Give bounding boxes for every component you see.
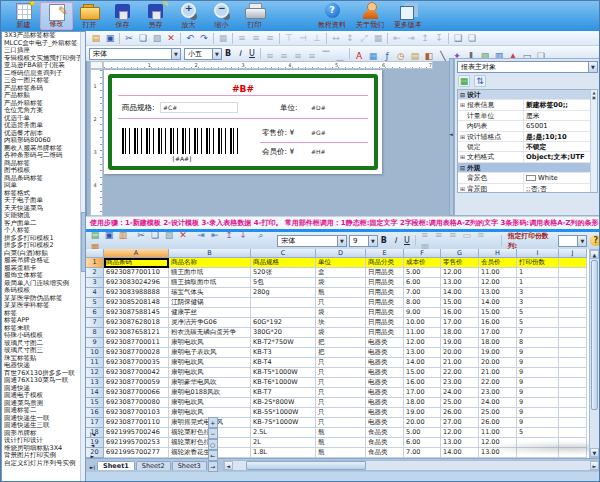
cell[interactable]: 袋 xyxy=(316,308,366,318)
cell[interactable] xyxy=(559,448,587,458)
cell[interactable]: 25.00 xyxy=(441,398,479,408)
cell[interactable]: 9 xyxy=(517,418,559,428)
cell[interactable] xyxy=(559,418,587,428)
cell[interactable]: 22.00 xyxy=(479,378,517,388)
cell[interactable]: 1 xyxy=(517,278,559,288)
cell[interactable]: KB-T6*1000W xyxy=(251,378,316,388)
cell[interactable]: 只 xyxy=(316,408,366,418)
table-italic-button[interactable]: I xyxy=(390,235,402,247)
template-list-item[interactable]: 各种条形码与二维码 xyxy=(2,152,85,160)
column-header-C[interactable]: C xyxy=(251,249,316,258)
cell[interactable]: 20.00 xyxy=(479,358,517,368)
cell[interactable]: 3 xyxy=(517,298,559,308)
template-list-item[interactable]: 服饰立体标签 xyxy=(2,272,85,280)
sheet-tool-button[interactable]: ○ xyxy=(208,439,218,450)
template-list-item[interactable]: 回单 xyxy=(2,182,85,190)
cell[interactable]: KB-T3 xyxy=(251,348,316,358)
cell[interactable]: 日用品类 xyxy=(366,288,404,298)
cell[interactable]: KB-5S*1000W xyxy=(251,408,316,418)
cell[interactable] xyxy=(559,288,587,298)
import-icon[interactable]: ▤ xyxy=(89,229,101,241)
cell[interactable]: 康明电吹风 xyxy=(169,398,251,408)
cell[interactable]: 9 xyxy=(517,398,559,408)
cell[interactable]: KB-T7 xyxy=(251,388,316,398)
property-value[interactable]: 65001 xyxy=(523,121,597,130)
row-number[interactable]: 16 xyxy=(86,408,104,418)
cell[interactable]: 19.00 xyxy=(441,338,479,348)
template-list-item[interactable]: 玻璃尺寸图二 xyxy=(2,340,85,348)
cell[interactable]: 9 xyxy=(517,368,559,378)
cell[interactable]: 14.00 xyxy=(404,358,441,368)
cell[interactable]: 11.00 xyxy=(479,268,517,278)
row-number[interactable]: 6 xyxy=(86,308,104,318)
column-header-D[interactable]: D xyxy=(316,249,366,258)
template-list-item[interactable]: 商品条码标签 xyxy=(2,175,85,183)
cell[interactable]: 瓶 xyxy=(316,288,366,298)
cell[interactable]: KB-T2*750W xyxy=(251,338,316,348)
group-icon[interactable]: ❑ xyxy=(452,32,464,44)
cell[interactable]: 5包 xyxy=(251,278,316,288)
template-list-item[interactable]: 特殊小码模板 xyxy=(2,332,85,340)
cell[interactable]: 13.00 xyxy=(441,278,479,288)
cell[interactable]: 商品条码 xyxy=(104,258,169,268)
cell[interactable]: 康明电0188风吹 xyxy=(169,388,251,398)
template-list-item[interactable]: 专辑模板文实施预打印例子 xyxy=(2,55,85,63)
cell[interactable]: 6923087700103 xyxy=(104,408,169,418)
template-list-item[interactable]: MLCC盒中电子_外箱标签 xyxy=(2,40,85,48)
cell[interactable]: 粉衣洗碳无磷白蛋芳争 xyxy=(169,328,251,338)
template-list-item[interactable]: 白菜(白酒)标贴 xyxy=(2,250,85,258)
cell[interactable]: 13.00 xyxy=(479,448,517,458)
template-list-item[interactable]: 服装蛋糕卡 xyxy=(2,265,85,273)
template-list-item[interactable]: 天天快递菜鸟 xyxy=(2,205,85,213)
property-row[interactable]: ⊞报表信息新建标签00;; xyxy=(458,100,597,110)
template-list-item[interactable]: 维烧房明细标贴3X4 xyxy=(2,445,85,453)
delete-icon[interactable]: ✕ xyxy=(165,32,177,44)
cell[interactable]: KB-T4 xyxy=(251,358,316,368)
template-list-item[interactable]: 背景图片打印实例 xyxy=(2,452,85,460)
cell[interactable]: 5 xyxy=(517,318,559,328)
cell[interactable]: 16.00 xyxy=(441,308,479,318)
table-font-size-select[interactable]: 9▼ xyxy=(349,235,378,247)
cell[interactable]: 16.00 xyxy=(479,318,517,328)
property-row[interactable]: ⊞文档格式Object;文本;UTF xyxy=(458,152,597,162)
cell[interactable] xyxy=(559,298,587,308)
property-value[interactable]: ;;否;否 xyxy=(523,184,597,193)
cell[interactable]: KB-7S*1000W xyxy=(251,418,316,428)
template-list-item[interactable]: 个人标签 xyxy=(2,227,85,235)
cell[interactable]: 5 xyxy=(517,308,559,318)
cell[interactable]: 康明电吹风 xyxy=(169,368,251,378)
paste-icon[interactable]: ▧ xyxy=(151,32,163,44)
template-list-item[interactable]: 优选千单 xyxy=(2,115,85,123)
cell[interactable]: 6.00 xyxy=(404,278,441,288)
vertical-scrollbar-thumb[interactable] xyxy=(591,260,598,410)
row-number[interactable]: 3 xyxy=(86,278,104,288)
cell[interactable] xyxy=(251,308,316,318)
row-number[interactable]: 8 xyxy=(86,328,104,338)
expand-icon[interactable]: ⊞ xyxy=(458,152,467,161)
cell[interactable]: 电器类 xyxy=(366,408,404,418)
cell[interactable]: 3 xyxy=(517,288,559,298)
cell[interactable]: 商品分类 xyxy=(366,258,404,268)
cell[interactable]: 只 xyxy=(316,418,366,428)
cut-icon[interactable]: ✂ xyxy=(123,32,135,44)
new-button[interactable]: 新建 xyxy=(7,2,40,30)
cell[interactable]: 日用品类 xyxy=(366,268,404,278)
tab-nav-icon[interactable]: ◄ xyxy=(88,439,97,450)
cell[interactable] xyxy=(559,398,587,408)
underline-button[interactable]: U xyxy=(246,48,258,60)
template-list-item[interactable]: 电器快递 xyxy=(2,362,85,370)
delete-row-icon[interactable]: ⇤ xyxy=(209,229,221,241)
cell[interactable]: 6923087700042 xyxy=(104,368,169,378)
cell[interactable]: 6923083024296 xyxy=(104,278,169,288)
cell[interactable]: 1.8L xyxy=(251,448,316,458)
cell[interactable]: KB-2S*800W xyxy=(251,398,316,408)
saveas-button[interactable]: ✎另存 xyxy=(139,2,172,30)
collapse-icon[interactable]: ⊟ xyxy=(458,163,467,172)
template-list-item[interactable]: 惠收人服装吊牌标签 xyxy=(2,145,85,153)
sheet-tool-button[interactable]: ← xyxy=(208,450,218,461)
column-header-E[interactable]: E xyxy=(366,249,404,258)
row-number[interactable]: 4 xyxy=(86,288,104,298)
cell[interactable]: 瑞宝气体头 xyxy=(169,288,251,298)
cell[interactable]: 日用品类 xyxy=(366,298,404,308)
property-value[interactable]: Object;文本;UTF xyxy=(523,152,597,161)
